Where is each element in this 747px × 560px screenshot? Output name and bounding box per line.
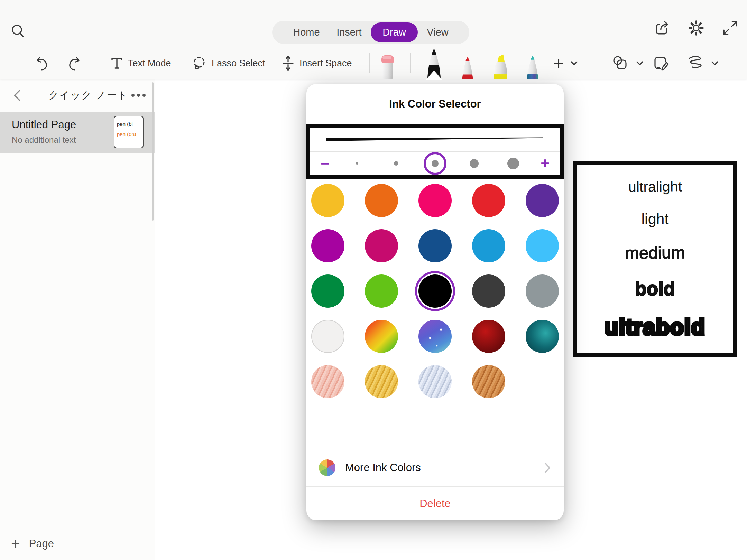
color-swatch-purple[interactable] (526, 184, 559, 217)
color-swatch-dark-pink[interactable] (365, 229, 398, 262)
text-mode-icon (110, 56, 124, 71)
plus-icon: + (553, 53, 564, 74)
stroke-width-preview (310, 128, 559, 151)
color-swatch-orange[interactable] (365, 184, 398, 217)
tab-view[interactable]: View (419, 23, 456, 41)
insert-space-label: Insert Space (299, 58, 352, 69)
text-mode-button[interactable]: Text Mode (110, 48, 171, 79)
size-option-1[interactable] (345, 152, 368, 175)
color-swatch-teal-marble[interactable] (526, 320, 559, 353)
ink-scribble-icon (686, 55, 704, 72)
eraser-tool[interactable] (380, 55, 396, 79)
color-swatch-rose-gold[interactable] (311, 365, 344, 398)
text-mode-label: Text Mode (128, 58, 171, 69)
color-swatch-navy-blue[interactable] (418, 229, 452, 262)
color-swatch-lime-green[interactable] (365, 274, 398, 308)
color-swatch-copper[interactable] (472, 365, 505, 398)
page-list-sidebar: クイック ノート Untitled Page No additional tex… (0, 79, 155, 560)
fullscreen-expand-icon[interactable] (722, 20, 738, 36)
ink-word-medium: medium (625, 244, 685, 262)
color-swatch-silver[interactable] (418, 365, 452, 398)
popup-title: Ink Color Selector (306, 98, 564, 110)
page-title: Untitled Page (12, 119, 76, 131)
search-button[interactable] (10, 23, 26, 39)
highlighter-yellow[interactable] (492, 53, 509, 79)
color-swatch-white[interactable] (311, 320, 344, 353)
thumbnail-ink-line: pen (bl (117, 119, 143, 129)
page-list-item-selected[interactable]: Untitled Page No additional text pen (bl… (0, 112, 155, 153)
color-swatch-yellow[interactable] (311, 184, 344, 217)
size-option-4[interactable] (463, 152, 486, 175)
tab-home[interactable]: Home (285, 23, 327, 41)
color-swatch-blue[interactable] (472, 229, 505, 262)
toolbar-divider (96, 53, 96, 73)
share-icon[interactable] (654, 20, 670, 36)
lasso-select-icon (191, 55, 208, 72)
pen-red[interactable] (460, 55, 475, 79)
shapes-button[interactable] (611, 48, 644, 79)
more-ink-colors-button[interactable]: More Ink Colors (306, 449, 564, 487)
delete-pen-button[interactable]: Delete (306, 487, 564, 520)
add-pen-button[interactable]: + (553, 48, 578, 79)
decrease-thickness-button[interactable]: − (321, 156, 330, 171)
page-thumbnail: pen (bl pen (ora (114, 116, 144, 148)
color-swatch-light-blue[interactable] (526, 229, 559, 262)
lasso-select-label: Lasso Select (212, 58, 265, 69)
toolbar-divider (600, 53, 600, 73)
more-ink-colors-label: More Ink Colors (345, 461, 544, 474)
ink-effects-button[interactable] (686, 48, 719, 79)
ink-word-light: light (642, 212, 669, 226)
ribbon-tab-bar: Home Insert Draw View (272, 21, 469, 44)
thumbnail-ink-line: pen (ora (117, 129, 143, 139)
insert-space-button[interactable]: Insert Space (281, 48, 352, 79)
handwriting-weight-sample-panel: ultralight light medium bold ultrabold (573, 161, 737, 357)
add-page-button[interactable]: + Page (0, 527, 155, 560)
ink-to-text-icon (653, 55, 670, 72)
color-swatch-red[interactable] (472, 184, 505, 217)
tab-draw[interactable]: Draw (371, 22, 418, 42)
chevron-down-icon (636, 60, 644, 66)
ink-word-ultralight: ultralight (628, 179, 682, 194)
settings-gear-icon[interactable] (688, 20, 704, 36)
color-swatch-dark-red-marble[interactable] (472, 320, 505, 353)
insert-space-icon (281, 55, 295, 72)
sidebar-header: クイック ノート (0, 79, 155, 112)
color-swatch-dark-gray[interactable] (472, 274, 505, 308)
sidebar-scrollbar[interactable] (152, 82, 154, 221)
sidebar-more-menu-button[interactable] (131, 94, 146, 97)
toolbar-divider (369, 53, 370, 73)
chevron-down-icon (570, 60, 578, 66)
galaxy-pencil-icon (525, 55, 540, 79)
color-swatch-gray[interactable] (526, 274, 559, 308)
chevron-down-icon (711, 60, 719, 66)
color-swatch-pink[interactable] (418, 184, 452, 217)
size-option-5[interactable] (502, 152, 525, 175)
color-swatch-rainbow-glitter[interactable] (365, 320, 398, 353)
color-swatch-green[interactable] (311, 274, 344, 308)
ink-to-text-button[interactable] (653, 48, 670, 79)
back-chevron-icon[interactable] (12, 89, 22, 102)
thickness-section: − + (306, 124, 564, 179)
undo-button[interactable] (35, 48, 50, 79)
undo-icon (35, 56, 50, 71)
lasso-select-button[interactable]: Lasso Select (191, 48, 265, 79)
highlighter-icon (492, 53, 509, 79)
ink-word-ultrabold: ultrabold (605, 316, 706, 338)
color-swatch-gold[interactable] (365, 365, 398, 398)
redo-icon (66, 56, 82, 71)
color-swatch-galaxy[interactable] (418, 320, 452, 353)
stroke-size-row: − + (310, 152, 560, 175)
ink-color-selector-popup: Ink Color Selector − + (306, 84, 564, 520)
increase-thickness-button[interactable]: + (541, 156, 550, 171)
color-swatch-black-selected[interactable] (418, 274, 452, 308)
color-wheel-icon (319, 459, 335, 476)
size-option-3-selected[interactable] (424, 152, 446, 175)
pencil-galaxy[interactable] (525, 55, 540, 79)
add-page-label: Page (29, 538, 54, 550)
delete-label: Delete (419, 497, 451, 510)
tab-insert[interactable]: Insert (329, 23, 369, 41)
size-option-2[interactable] (385, 152, 407, 175)
redo-button[interactable] (66, 48, 82, 79)
color-swatch-magenta[interactable] (311, 229, 344, 262)
ellipsis-icon (131, 94, 135, 97)
